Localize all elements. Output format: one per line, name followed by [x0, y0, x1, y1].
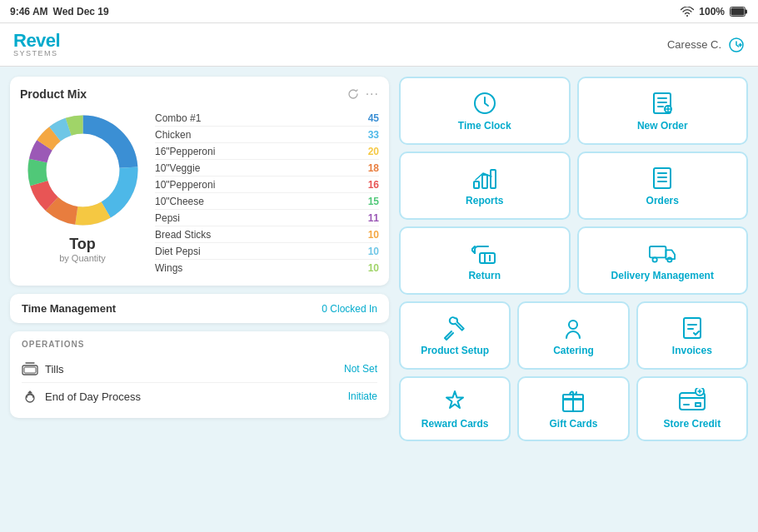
eod-value: Initiate: [348, 390, 377, 402]
grid-row-4: Product Setup Catering Invoices: [399, 301, 748, 370]
store-credit-button[interactable]: Store Credit: [636, 376, 748, 441]
reports-icon: [471, 165, 498, 191]
grid-row-2: Reports Orders: [399, 152, 748, 220]
product-name: 10"Cheese: [155, 196, 204, 207]
reward-cards-label: Reward Cards: [421, 418, 489, 430]
operation-left-eod: End of Day Process: [22, 390, 141, 403]
return-icon: [471, 240, 498, 266]
product-name: Pepsi: [155, 212, 180, 224]
grid-row-3: Return Delivery Management: [399, 226, 748, 295]
invoices-button[interactable]: Invoices: [636, 301, 748, 370]
reward-icon: [441, 388, 468, 415]
svg-point-28: [653, 257, 657, 261]
battery-icon: [730, 7, 748, 17]
main-content: Product Mix ···: [0, 67, 758, 532]
product-name: Diet Pepsi: [155, 246, 201, 257]
svg-point-30: [569, 321, 577, 329]
top-nav: Revel SYSTEMS Caresse C.: [0, 23, 758, 67]
username: Caresse C.: [667, 38, 721, 51]
product-mix-title: Product Mix: [20, 87, 87, 101]
delivery-label: Delivery Management: [611, 270, 714, 281]
product-qty: 15: [368, 196, 379, 207]
time-clock-button[interactable]: Time Clock: [399, 77, 571, 145]
product-setup-button[interactable]: Product Setup: [399, 301, 511, 370]
status-time: 9:46 AM: [10, 6, 48, 17]
product-list: Combo #1 45 Chicken 33 16"Pepperoni 20 1…: [155, 110, 379, 276]
product-qty: 20: [368, 146, 379, 157]
product-row: Chicken 33: [155, 127, 379, 143]
status-right: 100%: [681, 6, 748, 17]
operations-section: OPERATIONS Tills Not Set: [10, 331, 389, 418]
svg-point-15: [47, 136, 117, 206]
product-setup-icon: [441, 315, 468, 341]
product-row: 10"Cheese 15: [155, 193, 379, 210]
product-qty: 10: [368, 229, 379, 241]
return-button[interactable]: Return: [399, 226, 571, 295]
product-name: Bread Sticks: [155, 229, 211, 241]
store-credit-label: Store Credit: [663, 418, 721, 430]
product-row: Diet Pepsi 10: [155, 243, 379, 260]
grid-row-5: Reward Cards Gift Cards Store Cr: [399, 376, 748, 441]
new-order-icon: [649, 90, 676, 117]
operation-row-tills[interactable]: Tills Not Set: [22, 355, 377, 383]
catering-button[interactable]: Catering: [517, 301, 629, 370]
product-mix-card: Product Mix ···: [10, 77, 389, 286]
new-order-label: New Order: [637, 120, 688, 132]
product-row: 10"Pepperoni 16: [155, 177, 379, 193]
tills-icon: [22, 362, 38, 375]
donut-chart: Top by Quantity: [20, 110, 145, 263]
operation-row-eod[interactable]: End of Day Process Initiate: [22, 383, 377, 410]
product-qty: 16: [368, 179, 379, 191]
more-options[interactable]: ···: [366, 87, 379, 102]
reward-cards-button[interactable]: Reward Cards: [399, 376, 511, 441]
invoices-label: Invoices: [672, 345, 712, 356]
right-panel: Time Clock New Order: [399, 77, 748, 522]
invoices-icon: [679, 315, 706, 341]
donut-label: Top by Quantity: [59, 236, 106, 263]
product-mix-content: Top by Quantity Combo #1 45 Chicken 33 1…: [20, 110, 379, 276]
reports-label: Reports: [466, 195, 503, 206]
battery-level: 100%: [699, 6, 725, 17]
eod-label: End of Day Process: [45, 390, 141, 403]
card-actions: ···: [347, 87, 379, 102]
delivery-icon: [649, 240, 676, 266]
svg-rect-22: [474, 181, 479, 188]
svg-rect-1: [746, 9, 748, 13]
reports-button[interactable]: Reports: [399, 152, 571, 220]
product-row: Combo #1 45: [155, 110, 379, 127]
operation-left-tills: Tills: [22, 362, 64, 375]
refresh-icon[interactable]: [347, 88, 359, 100]
logout-icon[interactable]: [728, 37, 745, 53]
store-credit-icon: [679, 388, 706, 415]
product-qty: 10: [368, 262, 379, 274]
product-qty: 10: [368, 246, 379, 257]
svg-rect-17: [24, 367, 36, 373]
product-mix-header: Product Mix ···: [20, 87, 379, 102]
product-qty: 18: [368, 162, 379, 174]
donut-top: Top: [59, 236, 106, 253]
product-row: 16"Pepperoni 20: [155, 143, 379, 160]
gift-icon: [560, 388, 586, 415]
status-date: Wed Dec 19: [53, 6, 109, 17]
revel-logo: Revel SYSTEMS: [13, 32, 60, 57]
logo-text: Revel: [13, 32, 60, 50]
tills-label: Tills: [45, 363, 64, 375]
clock-icon: [471, 90, 498, 117]
operations-label: OPERATIONS: [22, 340, 377, 349]
product-name: Wings: [155, 262, 182, 274]
time-mgmt-title: Time Management: [22, 302, 116, 315]
svg-rect-26: [480, 253, 495, 263]
nav-user: Caresse C.: [667, 37, 745, 53]
grid-row-1: Time Clock New Order: [399, 77, 748, 145]
svg-rect-23: [482, 175, 487, 188]
svg-rect-2: [731, 7, 745, 15]
gift-cards-button[interactable]: Gift Cards: [517, 376, 629, 441]
time-mgmt-value: 0 Clocked In: [322, 303, 377, 315]
orders-button[interactable]: Orders: [577, 152, 749, 220]
new-order-button[interactable]: New Order: [577, 77, 749, 145]
product-name: 16"Pepperoni: [155, 146, 215, 157]
catering-icon: [560, 315, 586, 341]
tills-value: Not Set: [344, 363, 377, 375]
product-qty: 45: [368, 112, 379, 124]
delivery-button[interactable]: Delivery Management: [577, 226, 749, 295]
